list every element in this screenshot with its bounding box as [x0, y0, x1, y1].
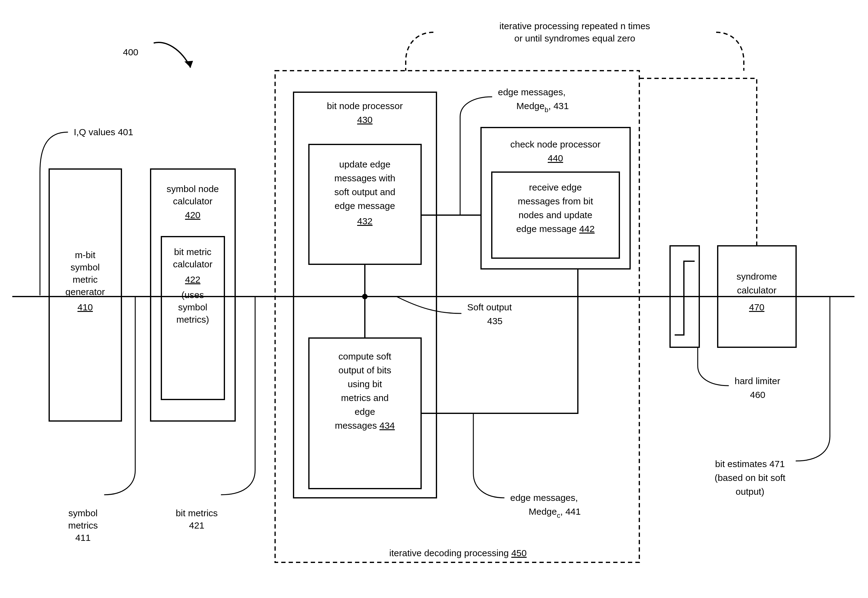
upd-l2: messages with	[334, 173, 395, 183]
iterative-label: iterative decoding processing 450	[389, 548, 527, 558]
synd-l2: calculator	[737, 285, 777, 295]
rcv-l2: messages from bit	[518, 196, 593, 206]
synd-ref: 470	[749, 302, 765, 312]
gen-l4: generator	[66, 287, 105, 297]
feedback-dashed	[639, 78, 757, 246]
synd-l1: syndrome	[736, 271, 777, 281]
wire-434-to-440	[421, 269, 578, 413]
gen-ref: 410	[78, 302, 93, 312]
bitmet-l1: bit metrics	[176, 508, 218, 518]
rcv-l1: receive edge	[529, 182, 582, 192]
edgeb-l2: Medgeb, 431	[516, 101, 569, 114]
gen-l3: metric	[73, 274, 98, 284]
iq-label: I,Q values 401	[74, 127, 133, 137]
soft-leader	[397, 296, 461, 314]
cmp-l2: output of bits	[338, 365, 391, 375]
soft-l2: 435	[487, 316, 503, 326]
figure-arrowhead	[184, 61, 193, 67]
top-note-leader	[406, 32, 433, 71]
upd-l1: update edge	[339, 159, 391, 169]
symcalc-l2: calculator	[173, 196, 213, 206]
bitmet-leader	[221, 296, 255, 495]
edgec-l1: edge messages,	[510, 493, 578, 503]
bitest-l2: (based on bit soft	[715, 472, 786, 483]
bitcalc-l3: (uses	[181, 290, 204, 300]
hard-leader	[698, 347, 729, 386]
symmet-l2: metrics	[68, 520, 98, 531]
symcalc-ref: 420	[185, 210, 201, 220]
bnp-ref: 430	[357, 115, 373, 125]
soft-l1: Soft output	[467, 302, 512, 312]
symmet-leader	[105, 296, 135, 495]
gen-l1: m-bit	[75, 250, 96, 260]
edgec-l2: Medgec, 441	[529, 507, 581, 519]
cnp-title: check node processor	[510, 139, 601, 150]
cmp-l3: using bit	[348, 379, 382, 389]
bitcalc-l2: calculator	[173, 259, 213, 269]
bitcalc-l5: metrics)	[177, 314, 209, 324]
edgec-leader	[473, 413, 504, 498]
symmet-l3: 411	[75, 532, 91, 543]
edgeb-l1: edge messages,	[498, 87, 566, 97]
limiter-symbol	[675, 261, 694, 335]
top-note-leader-r	[716, 32, 744, 71]
bitcalc-ref: 422	[185, 274, 201, 284]
gen-l2: symbol	[70, 262, 100, 272]
bitest-leader	[796, 296, 830, 461]
figure-arrow	[154, 42, 190, 67]
cmp-l5: edge	[355, 407, 375, 417]
cmp-l1: compute soft	[338, 351, 391, 361]
bitest-l1: bit estimates 471	[715, 459, 785, 469]
upd-l3: soft output and	[334, 187, 395, 197]
top-note-line1: iterative processing repeated n times	[500, 21, 650, 31]
bitcalc-l4: symbol	[178, 302, 207, 312]
cmp-l6: messages 434	[335, 420, 395, 431]
hard-l2: 460	[750, 390, 765, 400]
upd-ref: 432	[357, 216, 373, 226]
bitcalc-l1: bit metric	[174, 247, 211, 257]
bitest-l3: output)	[736, 486, 764, 496]
rcv-l4: edge message 442	[516, 224, 594, 234]
bnp-title: bit node processor	[327, 101, 403, 111]
edgeb-leader	[460, 97, 492, 215]
symcalc-l1: symbol node	[167, 184, 219, 194]
bitmet-l2: 421	[189, 520, 204, 531]
symmet-l1: symbol	[68, 508, 97, 518]
cnp-ref: 440	[548, 153, 563, 163]
iq-leader	[40, 132, 67, 295]
upd-l4: edge message	[335, 201, 395, 211]
top-note-line2: or until syndromes equal zero	[514, 33, 635, 43]
hard-l1: hard limiter	[735, 376, 780, 386]
figure-number: 400	[123, 47, 138, 57]
diagram-canvas: 400 iterative processing repeated n time…	[0, 0, 868, 598]
cmp-l4: metrics and	[341, 393, 389, 403]
rcv-l3: nodes and update	[519, 210, 592, 220]
